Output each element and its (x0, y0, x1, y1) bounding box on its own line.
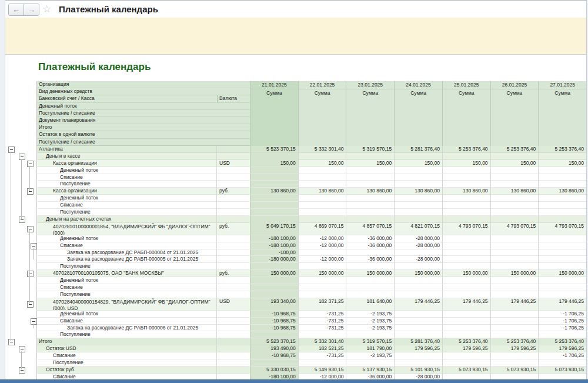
amount-cell[interactable] (394, 153, 442, 160)
currency-header-cell[interactable] (217, 131, 250, 138)
row-label-cell[interactable]: Поступление (36, 263, 216, 270)
amount-cell[interactable]: -36 000,00 (346, 242, 394, 249)
header-label-cell[interactable]: Итого (37, 124, 217, 131)
row-label-cell[interactable]: Списание (36, 352, 216, 359)
back-button[interactable]: ← (9, 4, 24, 15)
amount-cell[interactable]: 5 523 370,15 (250, 146, 298, 153)
amount-cell[interactable]: 130 860,00 (394, 188, 442, 195)
amount-cell[interactable] (298, 284, 346, 291)
currency-cell[interactable] (216, 146, 250, 153)
amount-cell[interactable]: 150,00 (394, 160, 442, 167)
currency-header-cell[interactable] (217, 103, 250, 109)
amount-cell[interactable] (346, 284, 394, 291)
row-label-cell[interactable]: Поступление (36, 359, 216, 367)
currency-header-cell[interactable] (217, 139, 250, 145)
amount-cell[interactable] (490, 325, 539, 332)
amount-cell[interactable] (490, 216, 539, 223)
amount-cell[interactable] (250, 174, 298, 181)
amount-cell[interactable] (394, 331, 442, 338)
amount-cell[interactable] (394, 174, 442, 181)
currency-header-cell[interactable]: Валюта (217, 95, 250, 102)
amount-cell[interactable]: -36 000,00 (346, 374, 394, 379)
amount-cell[interactable]: 5 137 930,15 (346, 367, 394, 374)
date-header-cell[interactable]: 26.01.2025 (491, 81, 539, 89)
amount-cell[interactable] (538, 331, 586, 338)
amount-cell[interactable] (394, 359, 442, 367)
amount-cell[interactable] (250, 167, 298, 174)
amount-cell[interactable] (442, 284, 490, 291)
amount-cell[interactable] (298, 209, 346, 216)
collapse-toggle[interactable] (27, 161, 34, 167)
amount-cell[interactable]: -731,25 (298, 311, 346, 318)
date-header-cell[interactable]: 23.01.2025 (346, 81, 394, 89)
amount-cell[interactable]: 193 490,00 (250, 345, 298, 352)
amount-cell[interactable]: 130 860,00 (442, 188, 490, 195)
amount-cell[interactable]: -180 100,00 (250, 242, 298, 249)
row-label-cell[interactable]: Списание (36, 374, 216, 379)
amount-cell[interactable]: 179 446,25 (490, 298, 539, 311)
amount-cell[interactable] (442, 249, 490, 257)
amount-cell[interactable] (394, 195, 442, 202)
amount-cell[interactable] (538, 277, 586, 284)
collapse-toggle[interactable] (27, 188, 34, 195)
amount-cell[interactable]: 4 857 070,15 (346, 223, 394, 235)
amount-cell[interactable]: -2 193,75 (346, 311, 394, 318)
amount-cell[interactable] (346, 195, 394, 202)
amount-cell[interactable] (490, 167, 539, 174)
amount-cell[interactable]: 5 523 370,15 (250, 338, 298, 345)
currency-header-cell[interactable] (217, 110, 250, 116)
row-label-cell[interactable]: Деньги в кассе (36, 153, 216, 160)
amount-cell[interactable]: -731,25 (298, 352, 346, 359)
row-label-cell[interactable]: Остаток руб. (36, 367, 216, 374)
currency-cell[interactable] (216, 359, 250, 367)
amount-cell[interactable] (490, 331, 539, 338)
currency-cell[interactable] (216, 311, 250, 318)
amount-cell[interactable] (346, 291, 394, 298)
amount-cell[interactable]: 130 860,00 (298, 188, 346, 195)
date-column-header[interactable]: 25.01.2025Сумма (442, 81, 490, 146)
amount-cell[interactable] (442, 277, 490, 284)
header-label-cell[interactable]: Поступление / списание (37, 139, 217, 145)
amount-cell[interactable] (250, 263, 298, 270)
currency-cell[interactable] (216, 284, 250, 291)
row-label-cell[interactable]: Денежный поток (36, 195, 216, 202)
amount-cell[interactable]: 5 073 930,15 (490, 367, 539, 374)
row-label-cell[interactable]: Денежный поток (36, 167, 216, 174)
amount-cell[interactable]: 5 332 301,40 (298, 146, 346, 153)
row-label-cell[interactable]: Итого (36, 338, 216, 345)
amount-cell[interactable] (298, 167, 346, 174)
currency-cell[interactable] (216, 318, 250, 325)
amount-cell[interactable]: 179 596,25 (394, 345, 442, 352)
amount-cell[interactable] (538, 256, 586, 263)
date-column-header[interactable]: 22.01.2025Сумма (298, 81, 346, 146)
amount-cell[interactable]: 5 253 376,40 (442, 146, 490, 153)
amount-cell[interactable]: -10 968,75 (250, 318, 298, 325)
amount-cell[interactable]: -28 000,00 (394, 235, 442, 242)
date-column-header[interactable]: 23.01.2025Сумма (346, 81, 394, 146)
amount-cell[interactable] (250, 195, 298, 202)
collapse-toggle[interactable] (19, 346, 25, 352)
amount-cell[interactable] (538, 209, 586, 216)
currency-cell[interactable] (216, 242, 250, 249)
date-column-header[interactable]: 27.01.2025Сумма (538, 81, 586, 146)
sum-header-cell[interactable]: Сумма (299, 89, 346, 97)
currency-cell[interactable] (216, 235, 250, 242)
amount-cell[interactable]: 5 253 376,40 (490, 338, 539, 345)
sum-header-cell[interactable]: Сумма (250, 89, 298, 97)
amount-cell[interactable] (538, 249, 586, 257)
amount-cell[interactable]: 5 253 376,40 (490, 146, 539, 153)
amount-cell[interactable]: 179 446,25 (442, 298, 490, 311)
amount-cell[interactable] (346, 167, 394, 174)
amount-cell[interactable]: 5 281 376,40 (394, 146, 442, 153)
amount-cell[interactable] (394, 277, 442, 284)
currency-cell[interactable] (216, 202, 250, 209)
amount-cell[interactable] (538, 374, 586, 379)
amount-cell[interactable] (394, 318, 442, 325)
amount-cell[interactable]: -731,25 (298, 325, 346, 332)
row-label-cell[interactable]: Списание (36, 242, 216, 249)
currency-cell[interactable] (216, 174, 250, 181)
amount-cell[interactable] (346, 209, 394, 216)
amount-cell[interactable] (250, 277, 298, 284)
currency-cell[interactable]: руб. (216, 270, 250, 277)
amount-cell[interactable] (538, 242, 586, 249)
